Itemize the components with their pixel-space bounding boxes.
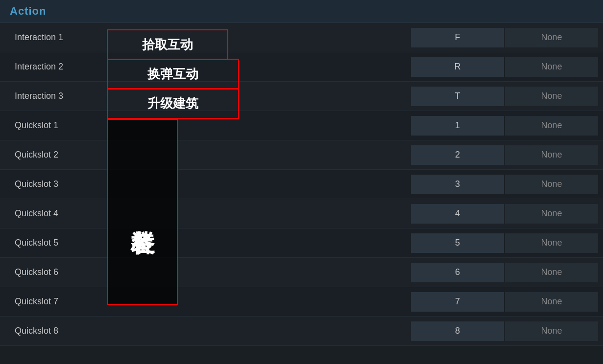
primary-key-button[interactable]: 1 [411, 116, 504, 136]
primary-key-button[interactable]: 4 [411, 204, 504, 224]
table-row: Interaction 2RNone [0, 52, 603, 82]
primary-key-button[interactable]: 3 [411, 175, 504, 194]
table-row: Quickslot 44None [0, 199, 603, 228]
table-row: Quickslot 55None [0, 228, 603, 258]
action-label: Quickslot 1 [15, 120, 113, 131]
primary-key-button[interactable]: F [411, 28, 504, 47]
secondary-key-button[interactable]: None [505, 204, 598, 224]
secondary-key-button[interactable]: None [505, 116, 598, 136]
table-row: Interaction 1FNone [0, 23, 603, 52]
primary-key-button[interactable]: T [411, 87, 504, 106]
primary-key-button[interactable]: 7 [411, 292, 504, 312]
action-label: Interaction 3 [15, 91, 113, 101]
action-label: Quickslot 7 [15, 296, 113, 307]
action-label: Interaction 2 [15, 62, 113, 72]
page-container: Action Interaction 1FNoneInteraction 2RN… [0, 0, 603, 364]
table-row: Quickslot 66None [0, 258, 603, 287]
rows-container: Interaction 1FNoneInteraction 2RNoneInte… [0, 23, 603, 346]
secondary-key-button[interactable]: None [505, 87, 598, 106]
primary-key-button[interactable]: 8 [411, 321, 504, 341]
action-label: Quickslot 3 [15, 179, 113, 189]
action-label: Quickslot 8 [15, 326, 113, 336]
action-label: Quickslot 6 [15, 267, 113, 277]
primary-key-button[interactable]: 5 [411, 233, 504, 253]
table-row: Quickslot 77None [0, 287, 603, 317]
secondary-key-button[interactable]: None [505, 57, 598, 77]
table-row: Interaction 3TNone [0, 82, 603, 111]
secondary-key-button[interactable]: None [505, 263, 598, 282]
action-label: Quickslot 4 [15, 208, 113, 219]
secondary-key-button[interactable]: None [505, 292, 598, 312]
secondary-key-button[interactable]: None [505, 28, 598, 47]
table-row: Quickslot 22None [0, 140, 603, 170]
secondary-key-button[interactable]: None [505, 233, 598, 253]
action-label: Quickslot 5 [15, 238, 113, 248]
primary-key-button[interactable]: R [411, 57, 504, 77]
primary-key-button[interactable]: 6 [411, 263, 504, 282]
action-label: Quickslot 2 [15, 150, 113, 160]
primary-key-button[interactable]: 2 [411, 145, 504, 165]
table-row: Quickslot 11None [0, 111, 603, 140]
table-row: Quickslot 88None [0, 317, 603, 346]
action-label: Interaction 1 [15, 32, 113, 43]
section-title: Action [10, 5, 46, 17]
secondary-key-button[interactable]: None [505, 145, 598, 165]
secondary-key-button[interactable]: None [505, 321, 598, 341]
section-header: Action [0, 0, 603, 23]
secondary-key-button[interactable]: None [505, 175, 598, 194]
table-row: Quickslot 33None [0, 170, 603, 199]
